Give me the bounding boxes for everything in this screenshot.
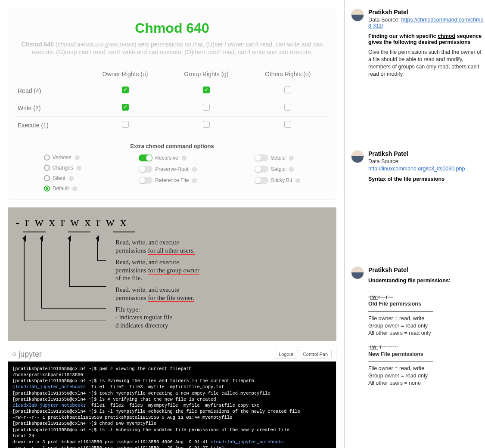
row-label: Write (2) — [15, 99, 84, 117]
info-icon: i — [295, 178, 300, 183]
diag-l3-ul: for the file owner. — [148, 294, 194, 302]
perm-checkbox[interactable] — [203, 104, 210, 111]
diag-l1-ul: for all other users. — [148, 247, 195, 255]
switch-reference-file[interactable]: Reference Filei — [139, 177, 197, 184]
col-group: Group Rights (g) — [166, 66, 247, 82]
ann2-heading: Syntax of the file permissions — [368, 176, 485, 182]
avatar — [351, 266, 364, 279]
switch-sticky-bit[interactable]: Sticky Biti — [255, 177, 300, 184]
logout-button[interactable]: Logout — [275, 350, 297, 358]
extras-row: VerboseiChangesiSilentiDefaulti Recursiv… — [15, 154, 329, 192]
switch-recursive[interactable]: Recursivei — [139, 154, 197, 161]
info-icon: i — [289, 156, 294, 161]
col-owner: Owner Rights (u) — [84, 66, 166, 82]
col-others: Others Rights (o) — [246, 66, 329, 82]
switch-setgid[interactable]: Setgidi — [255, 166, 300, 173]
perm-checkbox[interactable] — [203, 87, 210, 93]
ann1-body: Give the file permissions such that the … — [368, 49, 485, 78]
row-label: Read (4) — [15, 82, 84, 99]
info-icon: i — [192, 167, 197, 172]
diag-l2-ul: for the group owner — [148, 267, 199, 275]
diag-l3: Read, write, and execute — [115, 286, 179, 293]
terminal-output: [pratikshpatel1913550@cxln4 ~]$ pwd # vi… — [8, 361, 336, 448]
annotation-1: Pratiksh Patel Data Source: https://chmo… — [351, 9, 485, 78]
annotation-2: Pratiksh Patel Data Source: http://linux… — [351, 150, 485, 185]
switch-preserve-root[interactable]: Preserve-Rooti — [139, 166, 197, 173]
avatar — [351, 9, 364, 22]
info-icon: i — [289, 167, 294, 172]
perm-checkbox[interactable] — [122, 121, 129, 128]
extras-heading: Extra chmod command options — [15, 143, 329, 149]
jupyter-panel: jupyter Logout Control Pan [pratikshpate… — [8, 347, 336, 448]
row-label: Execute (1) — [15, 117, 84, 134]
radio-verbose[interactable]: Verbosei — [44, 154, 81, 161]
annotation-3: Pratiksh Patel Understanding file permis… — [351, 266, 485, 387]
avatar — [351, 150, 364, 163]
rwx-diagram: - r w x r w x r w x Read, write, and exe… — [8, 207, 336, 341]
ann3-heading: Understanding file permissions: — [368, 278, 485, 284]
radio-changes[interactable]: Changesi — [44, 165, 81, 171]
arrow-illustration — [16, 235, 106, 321]
card-title: Chmod 640 — [15, 20, 329, 36]
card-description: Chmod 640 (chmod a+rwx,u-x,g-wx,o-rwx) s… — [19, 40, 325, 56]
diag-l2: Read, write, and execute — [115, 259, 179, 266]
chmod-calculator-card: Chmod 640 Chmod 640 (chmod a+rwx,u-x,g-w… — [8, 8, 336, 200]
switch-setuid[interactable]: Setuidi — [255, 154, 300, 161]
perm-checkbox[interactable] — [284, 104, 291, 111]
info-icon: i — [192, 178, 197, 183]
control-panel-button[interactable]: Control Pan — [299, 350, 332, 358]
info-icon: i — [69, 176, 74, 181]
ann1-heading: Finding our which specific chmod sequenc… — [368, 33, 485, 45]
source-link[interactable]: http://linuxcommand.org/lc3_lts0090.php — [368, 166, 465, 172]
diag-l4: File type: — [115, 306, 140, 313]
info-icon: i — [77, 166, 81, 170]
perm-checkbox[interactable] — [284, 121, 291, 128]
radio-silent[interactable]: Silenti — [44, 175, 81, 181]
perm-checkbox[interactable] — [284, 87, 291, 93]
info-icon: i — [75, 155, 80, 160]
info-icon: i — [72, 186, 77, 191]
info-icon: i — [182, 156, 187, 161]
author-name: Pratiksh Patel — [368, 150, 485, 157]
radio-default[interactable]: Defaulti — [44, 185, 81, 192]
author-name: Pratiksh Patel — [368, 9, 485, 15]
symbolic-string: - r w x r w x r w x — [16, 215, 329, 229]
perm-checkbox[interactable] — [203, 121, 210, 128]
perm-checkbox[interactable] — [122, 87, 129, 93]
jupyter-logo: jupyter — [12, 350, 42, 359]
author-name: Pratiksh Patel — [368, 266, 485, 273]
diag-l1: Read, write, and execute — [115, 239, 179, 246]
perm-checkbox[interactable] — [122, 104, 129, 111]
permissions-table: Owner Rights (u) Group Rights (g) Others… — [15, 66, 329, 133]
